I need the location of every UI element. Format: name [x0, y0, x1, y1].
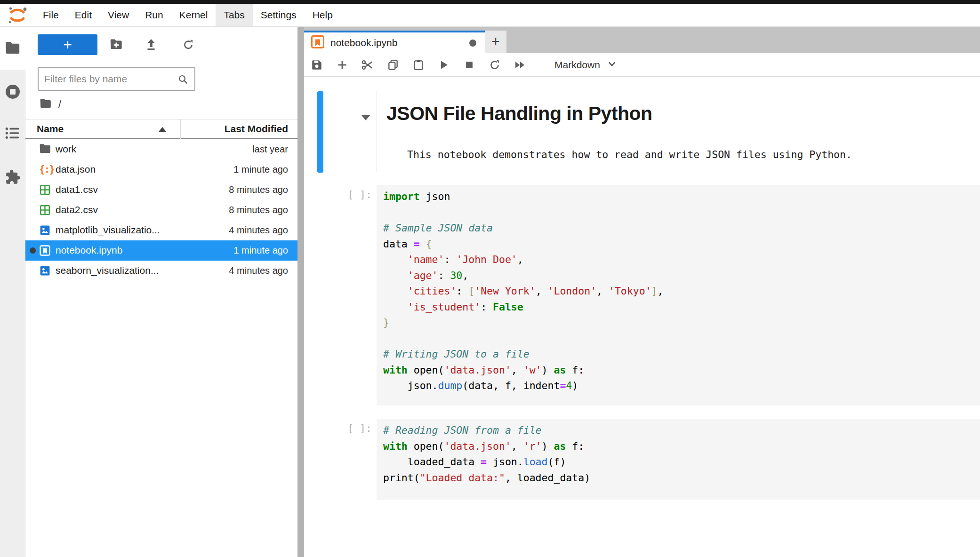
search-icon [177, 74, 189, 87]
menu-item-settings[interactable]: Settings [253, 4, 305, 26]
menu-item-help[interactable]: Help [305, 4, 341, 26]
new-tab-button[interactable]: + [485, 31, 506, 53]
file-modified-time: 8 minutes ago [229, 205, 288, 215]
file-row-data1-csv[interactable]: data1.csv8 minutes ago [25, 180, 297, 200]
file-modified-time: 4 minutes ago [229, 265, 288, 276]
chevron-down-icon [607, 59, 617, 71]
extensions-icon[interactable] [4, 168, 21, 187]
file-row-data-json[interactable]: {:}data.json1 minute ago [25, 159, 297, 180]
folder-file-icon [39, 143, 51, 156]
jupyter-logo [0, 4, 35, 26]
notebook-toolbar: Markdown [304, 53, 980, 77]
code-line [383, 205, 980, 221]
file-row-seaborn-visualization-[interactable]: seaborn_visualization...4 minutes ago [25, 261, 297, 281]
main-dock-panel: notebook.ipynb + [304, 27, 980, 557]
menu-item-run[interactable]: Run [137, 4, 171, 26]
code-cell[interactable]: import json # Sample JSON datadata = { '… [377, 185, 980, 406]
cell-type-dropdown[interactable]: Markdown [554, 59, 617, 71]
column-header-modified[interactable]: Last Modified [225, 123, 288, 135]
file-name: seaborn_visualization... [56, 265, 159, 276]
file-name: data1.csv [56, 184, 98, 195]
menu-item-file[interactable]: File [35, 4, 67, 26]
code-line: } [383, 315, 980, 331]
filter-files-input[interactable] [44, 69, 171, 89]
file-modified-time: 1 minute ago [233, 164, 288, 175]
code-line: with open('data.json', 'r') as f: [383, 438, 980, 454]
cell-prompt: [ ]: [332, 422, 372, 434]
menu-item-edit[interactable]: Edit [67, 4, 100, 26]
file-row-notebook-ipynb[interactable]: notebook.ipynb1 minute ago [25, 240, 297, 261]
markdown-heading: JSON File Handling in Python [386, 103, 652, 125]
file-row-matplotlib-visualizatio-[interactable]: matplotlib_visualizatio...4 minutes ago [25, 220, 297, 240]
code-line: # Reading JSON from a file [383, 422, 980, 438]
filter-files-box [38, 67, 195, 91]
breadcrumb[interactable]: / [40, 98, 61, 111]
code-line: print("Loaded data:", loaded_data) [383, 470, 980, 486]
restart-kernel-icon[interactable] [482, 53, 507, 77]
run-all-cells-icon[interactable] [507, 53, 533, 77]
code-line: loaded_data = json.load(f) [383, 454, 980, 470]
table-of-contents-icon[interactable] [5, 127, 20, 142]
menu-item-kernel[interactable]: Kernel [171, 4, 216, 26]
save-icon[interactable] [304, 53, 329, 77]
panel-resize-handle[interactable] [297, 27, 304, 557]
main-menubar: FileEditViewRunKernelTabsSettingsHelp [0, 4, 980, 27]
file-row-data2-csv[interactable]: data2.csv8 minutes ago [25, 200, 297, 220]
file-modified-time: 8 minutes ago [229, 184, 288, 195]
notebook-content: JSON File Handling in Python This notebo… [304, 77, 980, 557]
code-line: # Sample JSON data [383, 220, 980, 236]
paste-cells-icon[interactable] [406, 53, 431, 77]
new-launcher-button[interactable]: + [38, 34, 97, 55]
file-name: data2.csv [56, 204, 98, 215]
file-modified-time: last year [252, 144, 288, 155]
notebook-file-icon [39, 245, 51, 257]
cell-type-value: Markdown [554, 59, 600, 71]
code-line: import json [383, 189, 980, 205]
menu-item-view[interactable]: View [100, 4, 137, 26]
menu-item-tabs[interactable]: Tabs [216, 4, 252, 26]
cut-cells-icon[interactable] [355, 53, 380, 77]
tab-notebook[interactable]: notebook.ipynb [304, 31, 485, 53]
markdown-cell[interactable]: JSON File Handling in Python This notebo… [377, 91, 980, 172]
refresh-icon[interactable] [182, 39, 194, 53]
running-kernels-icon[interactable] [4, 83, 21, 102]
tab-title: notebook.ipynb [330, 37, 397, 48]
file-row-work[interactable]: worklast year [25, 139, 297, 159]
upload-icon[interactable] [145, 39, 157, 53]
file-list: worklast year{:}data.json1 minute agodat… [25, 139, 297, 281]
code-line: data = { [383, 236, 980, 252]
column-header-name[interactable]: Name [37, 123, 64, 135]
folder-icon [40, 98, 52, 111]
new-folder-icon[interactable] [110, 39, 123, 52]
code-line: 'name': 'John Doe', [383, 252, 980, 268]
file-modified-time: 1 minute ago [233, 245, 288, 256]
markdown-body: This notebook demonstrates how to read a… [407, 149, 852, 160]
code-cell[interactable]: # Reading JSON from a filewith open('dat… [377, 419, 980, 500]
csv-file-icon [39, 184, 51, 196]
csv-file-icon [39, 204, 51, 216]
file-name: notebook.ipynb [56, 245, 122, 256]
file-list-header: Name Last Modified [25, 119, 297, 139]
copy-cells-icon[interactable] [380, 53, 406, 77]
file-name: matplotlib_visualizatio... [56, 224, 160, 236]
code-line: 'age': 30, [383, 268, 980, 284]
window-top-strip [0, 0, 980, 4]
image-file-icon [39, 265, 51, 277]
activity-bar [0, 27, 25, 557]
unsaved-changes-dot [469, 40, 476, 47]
image-file-icon [39, 224, 51, 237]
interrupt-kernel-icon[interactable] [457, 53, 482, 77]
file-browser-icon[interactable] [5, 41, 21, 57]
cell-collapser-icon[interactable] [361, 115, 370, 120]
run-cell-icon[interactable] [431, 53, 457, 77]
cell-prompt: [ ]: [332, 189, 372, 200]
open-file-dot [30, 247, 36, 254]
tab-bar: notebook.ipynb + [304, 27, 980, 53]
file-modified-time: 4 minutes ago [229, 225, 288, 236]
code-line: json.dump(data, f, indent=4) [383, 378, 980, 394]
active-cell-indicator[interactable] [317, 91, 323, 173]
file-name: data.json [56, 164, 96, 175]
code-line: 'cities': ['New York', 'London', 'Tokyo'… [383, 283, 980, 299]
insert-cell-icon[interactable] [329, 53, 355, 77]
column-separator [180, 119, 181, 139]
